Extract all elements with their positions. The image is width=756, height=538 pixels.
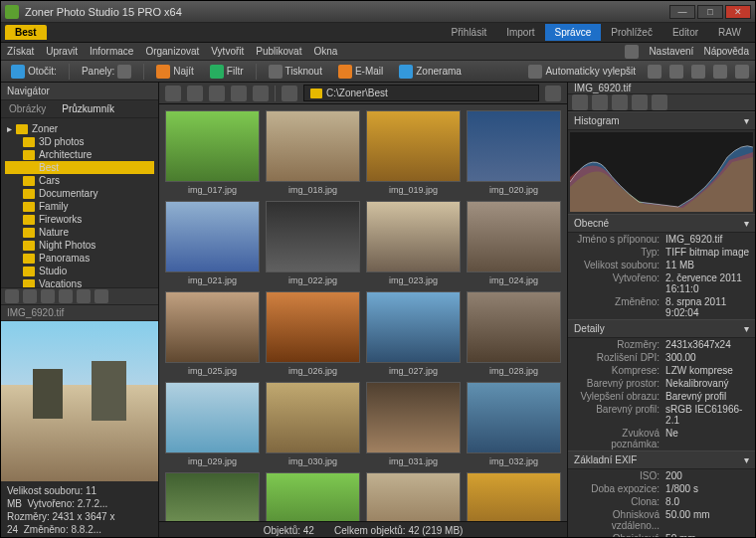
thumbnail[interactable]: img_023.jpg — [366, 201, 461, 285]
tree-folder[interactable]: Architecture — [5, 148, 154, 161]
rotate-tool[interactable]: Otočit: — [7, 63, 61, 81]
preview-image[interactable] — [1, 321, 158, 481]
thumbnail[interactable]: img_031.jpg — [366, 382, 461, 466]
menu-informace[interactable]: Informace — [90, 46, 133, 57]
tree-tool-icon[interactable] — [94, 289, 108, 303]
up-icon[interactable] — [209, 86, 225, 101]
close-button[interactable]: ✕ — [725, 5, 751, 19]
info-row: Vylepšení obrazu:Barevný profil — [568, 390, 755, 403]
print-tool[interactable]: Tisknout — [265, 63, 326, 81]
thumbnail[interactable]: img_027.jpg — [366, 291, 461, 376]
mode-tab-přihlásit[interactable]: Přihlásit — [442, 24, 497, 41]
tree-folder[interactable]: Documentary — [5, 187, 154, 200]
info-tool-icon[interactable] — [592, 94, 608, 110]
menu-vytvorit[interactable]: Vytvořit — [211, 46, 244, 57]
mode-tab-raw[interactable]: RAW — [708, 24, 751, 41]
thumbnail[interactable]: img_032.jpg — [467, 382, 561, 466]
menu-settings[interactable]: Nastavení — [649, 46, 693, 57]
thumbnail[interactable]: img_026.jpg — [266, 291, 360, 376]
tree-folder[interactable]: Vacations — [5, 277, 154, 287]
info-tool-icon[interactable] — [652, 94, 667, 110]
thumbnail[interactable]: img_020.jpg — [467, 110, 561, 195]
tree-tool-icon[interactable] — [23, 289, 37, 303]
thumb-image — [165, 201, 260, 272]
thumbnail[interactable]: img_024.jpg — [467, 201, 561, 285]
minimize-button[interactable]: — — [669, 5, 695, 19]
tool-icon[interactable] — [713, 65, 727, 79]
thumb-label: img_019.jpg — [389, 185, 438, 195]
thumbnail[interactable]: img_028.jpg — [467, 291, 561, 376]
info-tool-icon[interactable] — [632, 94, 648, 110]
nav-tab-explorer[interactable]: Průzkumník — [54, 100, 122, 117]
section-general[interactable]: Obecné▾ — [568, 214, 755, 233]
path-bar[interactable]: C:\Zoner\Best — [303, 85, 539, 101]
email-tool[interactable]: E-Mail — [334, 63, 387, 81]
thumbnail[interactable] — [165, 472, 260, 521]
refresh-icon[interactable] — [282, 86, 297, 101]
tool-icon[interactable] — [691, 65, 705, 79]
thumb-image — [266, 201, 360, 272]
thumbnail[interactable] — [467, 472, 561, 521]
thumbnail[interactable]: img_030.jpg — [266, 382, 360, 466]
menu-okna[interactable]: Okna — [313, 46, 337, 57]
info-toolbar — [568, 94, 755, 111]
thumbnail[interactable]: img_019.jpg — [366, 110, 461, 195]
tree-folder[interactable]: Nature — [5, 226, 154, 239]
info-tool-icon[interactable] — [572, 94, 588, 110]
menu-help[interactable]: Nápověda — [703, 46, 749, 57]
section-histogram[interactable]: Histogram▾ — [568, 111, 755, 130]
maximize-button[interactable]: □ — [697, 5, 723, 19]
tree-folder[interactable]: Night Photos — [5, 239, 154, 252]
document-tab[interactable]: Best — [5, 25, 47, 40]
thumbnail[interactable]: img_022.jpg — [266, 201, 360, 285]
info-row: Barevný prostor:Nekalibrovaný — [568, 377, 755, 390]
filter-tool[interactable]: Filtr — [206, 63, 248, 81]
back-icon[interactable] — [165, 86, 181, 101]
thumbnail[interactable]: img_017.jpg — [165, 110, 260, 195]
thumbnail[interactable]: img_025.jpg — [165, 291, 260, 376]
path-go-icon[interactable] — [545, 86, 561, 101]
tool-icon[interactable] — [648, 65, 662, 79]
tree-folder[interactable]: Fireworks — [5, 213, 154, 226]
thumb-label: img_031.jpg — [389, 456, 438, 466]
tree-folder[interactable]: Best — [5, 161, 154, 174]
info-tool-icon[interactable] — [612, 94, 628, 110]
mode-tab-import[interactable]: Import — [496, 24, 544, 41]
nav-tab-images[interactable]: Obrázky — [1, 100, 54, 117]
menu-ziskat[interactable]: Získat — [7, 46, 34, 57]
panels-tool[interactable]: Panely: — [78, 63, 135, 81]
thumbnail[interactable] — [266, 472, 360, 521]
mode-tab-prohlížeč[interactable]: Prohlížeč — [601, 24, 662, 41]
section-details[interactable]: Detaily▾ — [568, 319, 755, 338]
tool-icon[interactable] — [735, 65, 749, 79]
zonerama-tool[interactable]: Zonerama — [395, 63, 466, 81]
tree-tool-icon[interactable] — [41, 289, 55, 303]
tree-root[interactable]: ▸Zoner — [5, 122, 154, 135]
tree-tool-icon[interactable] — [5, 289, 19, 303]
thumbnail[interactable]: img_029.jpg — [165, 382, 260, 466]
thumbnail[interactable]: img_021.jpg — [165, 201, 260, 285]
mode-tab-správce[interactable]: Správce — [545, 24, 602, 41]
menu-upravit[interactable]: Upravit — [46, 46, 78, 57]
menu-organizovat[interactable]: Organizovat — [145, 46, 199, 57]
find-tool[interactable]: Najít — [152, 63, 198, 81]
tree-folder[interactable]: Family — [5, 200, 154, 213]
tree-tool-icon[interactable] — [59, 289, 73, 303]
tree-folder[interactable]: Cars — [5, 174, 154, 187]
tree-folder[interactable]: Studio — [5, 265, 154, 277]
view-icon[interactable] — [231, 86, 247, 101]
tree-folder[interactable]: 3D photos — [5, 135, 154, 148]
mode-tab-editor[interactable]: Editor — [662, 24, 708, 41]
section-basic-exif[interactable]: Základní EXIF▾ — [568, 450, 755, 469]
menu-publikovat[interactable]: Publikovat — [256, 46, 301, 57]
thumbnail[interactable]: img_018.jpg — [266, 110, 360, 195]
preview-info: Velikost souboru: 11 MB Vytvořeno: 2.7.2… — [1, 481, 158, 538]
tool-icon[interactable] — [669, 65, 683, 79]
folder-icon — [23, 254, 35, 264]
tree-folder[interactable]: Panoramas — [5, 252, 154, 265]
thumbnail[interactable] — [366, 472, 461, 521]
forward-icon[interactable] — [187, 86, 203, 101]
autofit-tool[interactable]: Automaticky vylepšit — [524, 63, 640, 81]
sort-icon[interactable] — [253, 86, 269, 101]
tree-tool-icon[interactable] — [77, 289, 91, 303]
